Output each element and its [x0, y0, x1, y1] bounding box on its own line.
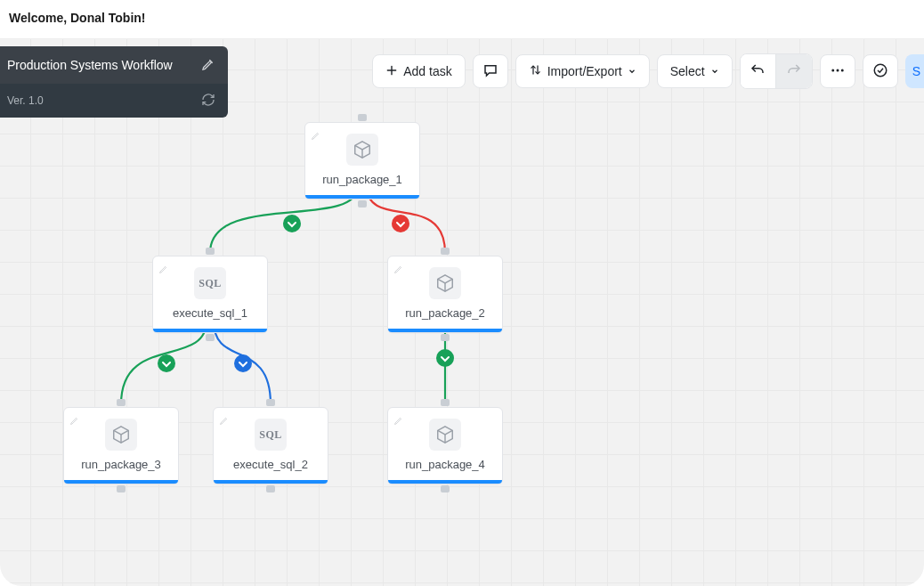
- save-and-run-label: S: [912, 64, 920, 78]
- node-handle-top[interactable]: [206, 248, 215, 255]
- workflow-title-bar: Production Systems Workflow: [0, 46, 228, 84]
- more-horizontal-icon: [830, 62, 846, 81]
- add-task-label: Add task: [403, 64, 451, 78]
- node-execute-sql-1[interactable]: SQL execute_sql_1: [152, 256, 268, 333]
- import-export-label: Import/Export: [547, 64, 622, 78]
- node-body: SQL execute_sql_2: [214, 408, 328, 480]
- node-execute-sql-2[interactable]: SQL execute_sql_2: [213, 407, 328, 484]
- node-handle-bottom[interactable]: [441, 334, 450, 341]
- undo-icon: [750, 62, 766, 81]
- node-handle-top[interactable]: [117, 399, 126, 406]
- arrows-vertical-icon: [529, 63, 542, 79]
- workflow-version: Ver. 1.0: [7, 94, 44, 107]
- welcome-bar: Welcome, Donal Tobin!: [0, 0, 924, 39]
- redo-button[interactable]: [776, 54, 812, 88]
- more-button[interactable]: [820, 54, 855, 88]
- pencil-icon[interactable]: [201, 57, 215, 74]
- welcome-text: Welcome, Donal Tobin!: [9, 11, 146, 25]
- chat-icon: [482, 62, 498, 81]
- node-run-package-4[interactable]: run_package_4: [387, 407, 503, 484]
- node-body: run_package_2: [388, 256, 502, 329]
- node-handle-bottom[interactable]: [441, 485, 450, 492]
- workflow-title: Production Systems Workflow: [7, 58, 173, 72]
- svg-point-1: [392, 215, 409, 232]
- select-button[interactable]: Select: [657, 54, 733, 88]
- node-handle-bottom[interactable]: [206, 334, 215, 341]
- node-accent-bar: [64, 480, 178, 484]
- toolbar: Add task Import/Export Select: [372, 53, 924, 89]
- node-accent-bar: [214, 480, 328, 484]
- node-run-package-2[interactable]: run_package_2: [387, 256, 503, 333]
- pencil-icon[interactable]: [219, 413, 230, 429]
- node-run-package-3[interactable]: run_package_3: [63, 407, 179, 484]
- node-handle-bottom[interactable]: [117, 485, 126, 492]
- svg-point-6: [836, 69, 839, 71]
- node-handle-top[interactable]: [266, 399, 275, 406]
- node-handle-bottom[interactable]: [358, 200, 367, 208]
- svg-point-0: [283, 215, 301, 232]
- svg-point-5: [831, 69, 834, 71]
- node-label: run_package_1: [322, 173, 402, 186]
- pencil-icon[interactable]: [393, 413, 404, 429]
- pencil-icon[interactable]: [158, 262, 169, 278]
- check-circle-icon: [872, 62, 888, 81]
- select-label: Select: [670, 64, 705, 78]
- chevron-down-icon: [710, 64, 719, 78]
- node-handle-top[interactable]: [441, 399, 450, 406]
- app-frame: Welcome, Donal Tobin!: [0, 0, 924, 586]
- node-handle-bottom[interactable]: [266, 485, 275, 492]
- workflow-info-panel: Production Systems Workflow Ver. 1.0: [0, 46, 228, 118]
- node-body: SQL execute_sql_1: [153, 256, 267, 329]
- redo-icon: [786, 62, 802, 81]
- plus-icon: [385, 64, 398, 79]
- comments-button[interactable]: [473, 54, 508, 88]
- save-and-run-button[interactable]: S: [905, 54, 924, 88]
- node-body: run_package_4: [388, 408, 502, 480]
- workflow-version-bar: Ver. 1.0: [0, 84, 228, 118]
- pencil-icon[interactable]: [69, 413, 80, 429]
- pencil-icon[interactable]: [311, 128, 321, 144]
- node-handle-top[interactable]: [358, 114, 367, 121]
- sql-icon: SQL: [255, 419, 287, 451]
- chevron-down-icon: [628, 64, 636, 78]
- svg-point-7: [840, 69, 843, 71]
- pencil-icon[interactable]: [393, 262, 404, 278]
- sql-icon: SQL: [194, 267, 226, 299]
- node-label: run_package_2: [405, 306, 485, 320]
- package-icon: [346, 134, 378, 166]
- add-task-button[interactable]: Add task: [372, 54, 465, 88]
- workflow-canvas[interactable]: run_package_1 SQL execute_sql_1 run_p: [0, 39, 924, 586]
- node-label: execute_sql_1: [173, 306, 247, 320]
- svg-point-4: [436, 349, 454, 367]
- package-icon: [429, 267, 461, 299]
- undo-button[interactable]: [741, 54, 776, 88]
- node-body: run_package_1: [305, 123, 419, 195]
- node-handle-top[interactable]: [441, 248, 450, 255]
- svg-point-8: [874, 64, 887, 77]
- package-icon: [429, 419, 461, 451]
- validate-button[interactable]: [863, 54, 898, 88]
- import-export-button[interactable]: Import/Export: [515, 54, 650, 88]
- node-run-package-1[interactable]: run_package_1: [304, 122, 420, 199]
- package-icon: [105, 419, 137, 451]
- node-accent-bar: [388, 480, 502, 484]
- svg-point-3: [234, 354, 252, 372]
- svg-point-2: [158, 354, 175, 372]
- undo-redo-group: [740, 53, 813, 89]
- node-accent-bar: [388, 329, 502, 332]
- node-body: run_package_3: [64, 408, 178, 480]
- node-label: run_package_3: [81, 458, 161, 471]
- refresh-icon[interactable]: [201, 93, 215, 110]
- node-accent-bar: [305, 195, 419, 199]
- node-label: execute_sql_2: [233, 458, 308, 471]
- node-accent-bar: [153, 329, 267, 332]
- node-label: run_package_4: [405, 458, 485, 471]
